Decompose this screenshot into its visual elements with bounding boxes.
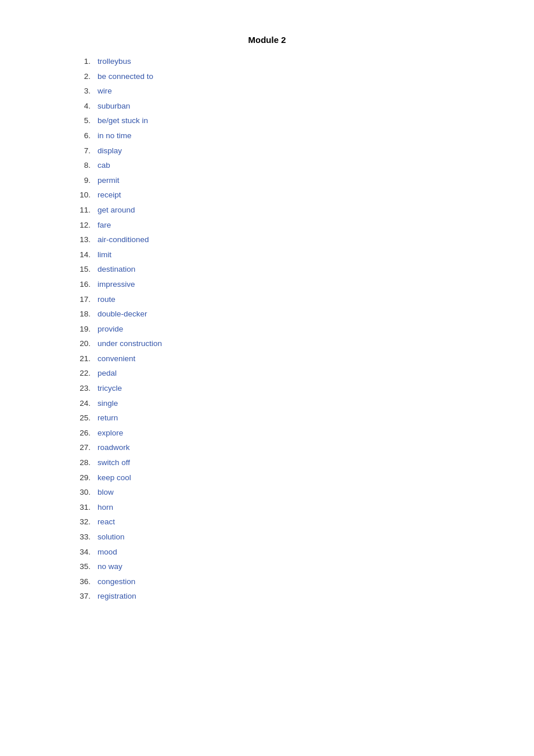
list-item: 9.permit (70, 174, 511, 187)
item-number: 17. (70, 293, 91, 306)
list-item: 20.under construction (70, 337, 511, 350)
item-word[interactable]: be connected to (98, 70, 153, 83)
list-item: 36.congestion (70, 575, 511, 588)
item-word[interactable]: single (98, 397, 118, 410)
list-item: 4.suburban (70, 100, 511, 113)
item-word[interactable]: permit (98, 174, 120, 187)
item-number: 18. (70, 308, 91, 321)
list-item: 19.provide (70, 323, 511, 336)
list-item: 24.single (70, 397, 511, 410)
item-number: 3. (70, 85, 91, 98)
list-item: 33.solution (70, 531, 511, 543)
item-number: 9. (70, 174, 91, 187)
list-item: 37.registration (70, 590, 511, 603)
item-word[interactable]: limit (98, 249, 111, 261)
item-word[interactable]: suburban (98, 100, 130, 113)
item-number: 11. (70, 204, 91, 217)
list-item: 34.mood (70, 546, 511, 559)
item-word[interactable]: provide (98, 323, 123, 336)
item-number: 21. (70, 352, 91, 365)
item-word[interactable]: double-decker (98, 308, 147, 321)
item-word[interactable]: receipt (98, 189, 121, 201)
list-item: 32.react (70, 516, 511, 528)
item-number: 1. (70, 55, 91, 68)
item-number: 6. (70, 129, 91, 142)
item-word[interactable]: return (98, 412, 118, 424)
vocab-list: 1.trolleybus2.be connected to3.wire4.sub… (70, 55, 511, 603)
item-number: 16. (70, 278, 91, 291)
item-number: 27. (70, 441, 91, 454)
item-word[interactable]: mood (98, 546, 117, 559)
item-word[interactable]: under construction (98, 337, 162, 350)
item-number: 20. (70, 337, 91, 350)
list-item: 27.roadwork (70, 441, 511, 454)
list-item: 3.wire (70, 85, 511, 98)
item-word[interactable]: congestion (98, 575, 135, 588)
item-word[interactable]: convenient (98, 352, 135, 365)
item-word[interactable]: registration (98, 590, 136, 603)
item-word[interactable]: blow (98, 486, 114, 499)
list-item: 12.fare (70, 219, 511, 232)
item-word[interactable]: fare (98, 219, 111, 232)
item-word[interactable]: no way (98, 560, 122, 573)
list-item: 35.no way (70, 560, 511, 573)
list-item: 14.limit (70, 249, 511, 261)
item-number: 10. (70, 189, 91, 201)
item-word[interactable]: destination (98, 263, 135, 276)
item-number: 24. (70, 397, 91, 410)
item-word[interactable]: react (98, 516, 115, 528)
list-item: 6.in no time (70, 129, 511, 142)
item-word[interactable]: tricycle (98, 382, 122, 395)
item-number: 32. (70, 516, 91, 528)
item-number: 33. (70, 531, 91, 543)
list-item: 13.air-conditioned (70, 233, 511, 246)
item-number: 34. (70, 546, 91, 559)
item-number: 37. (70, 590, 91, 603)
list-item: 2.be connected to (70, 70, 511, 83)
list-item: 22.pedal (70, 367, 511, 380)
item-number: 14. (70, 249, 91, 261)
item-number: 7. (70, 145, 91, 157)
item-word[interactable]: switch off (98, 456, 130, 469)
item-word[interactable]: solution (98, 531, 125, 543)
item-number: 30. (70, 486, 91, 499)
item-number: 12. (70, 219, 91, 232)
list-item: 26.explore (70, 427, 511, 440)
item-word[interactable]: impressive (98, 278, 135, 291)
item-number: 25. (70, 412, 91, 424)
list-item: 11.get around (70, 204, 511, 217)
item-word[interactable]: air-conditioned (98, 233, 149, 246)
item-number: 22. (70, 367, 91, 380)
item-word[interactable]: roadwork (98, 441, 130, 454)
list-item: 31.horn (70, 501, 511, 514)
item-word[interactable]: keep cool (98, 471, 131, 484)
item-word[interactable]: be/get stuck in (98, 114, 148, 127)
item-word[interactable]: pedal (98, 367, 117, 380)
item-word[interactable]: trolleybus (98, 55, 131, 68)
list-item: 8.cab (70, 159, 511, 172)
item-word[interactable]: horn (98, 501, 113, 514)
item-number: 4. (70, 100, 91, 113)
item-word[interactable]: get around (98, 204, 135, 217)
page-title: Module 2 (23, 35, 511, 45)
list-item: 1.trolleybus (70, 55, 511, 68)
item-word[interactable]: explore (98, 427, 123, 440)
list-item: 30.blow (70, 486, 511, 499)
list-item: 21.convenient (70, 352, 511, 365)
item-number: 19. (70, 323, 91, 336)
item-number: 15. (70, 263, 91, 276)
list-item: 29.keep cool (70, 471, 511, 484)
list-item: 23.tricycle (70, 382, 511, 395)
item-number: 35. (70, 560, 91, 573)
item-number: 28. (70, 456, 91, 469)
item-number: 36. (70, 575, 91, 588)
item-word[interactable]: display (98, 145, 122, 157)
item-word[interactable]: cab (98, 159, 110, 172)
list-item: 25.return (70, 412, 511, 424)
item-word[interactable]: wire (98, 85, 112, 98)
item-number: 2. (70, 70, 91, 83)
list-item: 28.switch off (70, 456, 511, 469)
item-word[interactable]: in no time (98, 129, 132, 142)
item-number: 13. (70, 233, 91, 246)
item-word[interactable]: route (98, 293, 116, 306)
